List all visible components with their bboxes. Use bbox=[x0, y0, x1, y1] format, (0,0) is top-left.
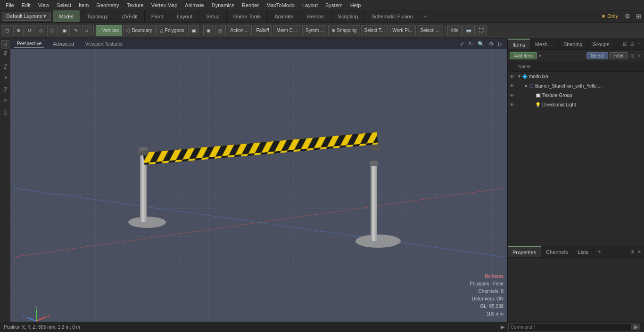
viewport-ctrl-refresh[interactable]: ↻ bbox=[467, 41, 474, 47]
tree-eye-barrier[interactable]: 👁 bbox=[510, 83, 517, 89]
prop-tab-expand[interactable]: ⊞ bbox=[629, 249, 636, 255]
tab-model[interactable]: Model bbox=[53, 10, 81, 22]
add-item-arrow[interactable]: ▾ bbox=[538, 54, 542, 58]
items-filter-button[interactable]: Filter bbox=[609, 52, 628, 59]
items-toolbar-expand[interactable]: ⊟ bbox=[629, 53, 636, 59]
tab-uvedit[interactable]: UVEdit bbox=[115, 10, 145, 22]
tool-pen[interactable]: ✎ bbox=[71, 25, 81, 36]
sidebar-label-uv[interactable]: UV... bbox=[3, 107, 8, 120]
viewport-ctrl-arrows[interactable]: ⤢ bbox=[458, 41, 465, 47]
tool-mesh-mode[interactable]: ▣ bbox=[188, 25, 199, 36]
tree-expand-texture[interactable] bbox=[530, 93, 535, 97]
menu-select[interactable]: Select bbox=[53, 1, 75, 9]
tab-game-tools[interactable]: Game Tools bbox=[227, 10, 268, 22]
items-tab-groups[interactable]: Groups bbox=[587, 39, 614, 49]
menu-item[interactable]: Item bbox=[75, 1, 92, 9]
layout-selector[interactable]: Default Layouts ▾ bbox=[2, 12, 51, 21]
menu-render[interactable]: Render bbox=[238, 1, 263, 9]
menu-vertex-map[interactable]: Vertex Map bbox=[148, 1, 182, 9]
viewport-tab-textures[interactable]: Viewport Textures bbox=[83, 40, 125, 48]
menu-file[interactable]: File bbox=[2, 1, 18, 9]
viewport-ctrl-settings[interactable]: ⚙ bbox=[487, 41, 495, 47]
items-tab-shading[interactable]: Shading bbox=[559, 39, 587, 49]
items-tab-mesh[interactable]: Mesh ... bbox=[530, 39, 559, 49]
viewport-tab-perspective[interactable]: Perspective bbox=[14, 40, 44, 48]
prop-tab-lists[interactable]: Lists bbox=[573, 246, 594, 257]
tool-snapping[interactable]: ⊕ Snapping bbox=[328, 25, 360, 36]
tab-setup[interactable]: Setup bbox=[199, 10, 227, 22]
tool-select-mode[interactable]: ◻ bbox=[2, 25, 12, 36]
tool-vertices[interactable]: ◦ Vertices bbox=[96, 25, 122, 36]
viewport[interactable]: Perspective Advanced Viewport Textures ⤢… bbox=[10, 39, 507, 322]
sidebar-label-dup[interactable]: Du... bbox=[3, 62, 8, 74]
status-arrow[interactable]: ▶ bbox=[501, 324, 504, 330]
tool-polygons[interactable]: △ Polygons bbox=[157, 25, 188, 36]
viewport-ctrl-search[interactable]: 🔍 bbox=[476, 41, 486, 47]
layout-expand-icon[interactable]: ⊞ bbox=[633, 13, 644, 20]
menu-dynamics[interactable]: Dynamics bbox=[208, 1, 238, 9]
menu-system[interactable]: System bbox=[322, 1, 347, 9]
tool-mesh-c[interactable]: Mesh C ... bbox=[273, 25, 301, 36]
menu-animate[interactable]: Animate bbox=[181, 1, 207, 9]
tree-item-root[interactable]: 👁 ▼ 💠 modo.lxo bbox=[508, 72, 644, 81]
sidebar-label-pol[interactable]: Po... bbox=[3, 85, 8, 97]
tree-eye-root[interactable]: 👁 bbox=[510, 74, 517, 79]
star-only-label[interactable]: ★ Only bbox=[597, 13, 622, 19]
tab-layout[interactable]: Layout bbox=[170, 10, 199, 22]
tool-snap2[interactable]: ◎ bbox=[215, 25, 226, 36]
tool-fullscreen[interactable]: ⛶ bbox=[476, 25, 487, 36]
tool-action-btn[interactable]: Action ... bbox=[227, 25, 252, 36]
tool-boundary[interactable]: ⬡ Boundary bbox=[123, 25, 156, 36]
tree-expand-light[interactable] bbox=[530, 102, 535, 107]
menu-layout[interactable]: Layout bbox=[298, 1, 322, 9]
tool-move[interactable]: ⊕ bbox=[13, 25, 24, 36]
tool-selecti[interactable]: Selecti ... bbox=[417, 25, 443, 36]
tree-expand-barrier[interactable]: ▶ bbox=[525, 83, 529, 88]
tree-expand-root[interactable]: ▼ bbox=[517, 74, 522, 79]
tool-action[interactable]: ⌂ bbox=[82, 25, 91, 36]
tab-add[interactable]: + bbox=[420, 10, 430, 22]
tree-eye-texture[interactable]: 👁 bbox=[510, 93, 517, 98]
items-select-button[interactable]: Select bbox=[586, 52, 608, 59]
prop-tab-channels[interactable]: Channels bbox=[541, 246, 573, 257]
menu-help[interactable]: Help bbox=[347, 1, 365, 9]
tab-topology[interactable]: Topology bbox=[80, 10, 115, 22]
prop-tab-properties[interactable]: Properties bbox=[508, 246, 541, 257]
layout-settings-icon[interactable]: ⚙ bbox=[622, 13, 633, 20]
tree-eye-light[interactable]: 👁 bbox=[510, 102, 517, 107]
command-run-button[interactable]: ▶ bbox=[631, 324, 640, 330]
items-tab-collapse[interactable]: ⊟ bbox=[629, 41, 636, 47]
menu-edit[interactable]: Edit bbox=[18, 1, 34, 9]
prop-tab-more[interactable]: ≡ bbox=[636, 249, 642, 255]
tool-falloff[interactable]: Falloff bbox=[253, 25, 272, 36]
tab-schematic[interactable]: Schematic Fusion bbox=[365, 10, 420, 22]
scene-canvas[interactable]: X Y Z No Items Polygons : Face Channels:… bbox=[10, 39, 507, 322]
tool-vr[interactable]: 🥽 bbox=[462, 25, 475, 36]
sidebar-toggle[interactable]: ◁ bbox=[1, 40, 9, 49]
items-tab-items[interactable]: Items bbox=[508, 39, 530, 49]
tree-item-texture[interactable]: 👁 🔲 Texture Group bbox=[508, 90, 644, 100]
viewport-ctrl-expand[interactable]: ▷ bbox=[497, 41, 504, 47]
viewport-tab-advanced[interactable]: Advanced bbox=[50, 40, 76, 48]
menu-maxtomodo[interactable]: MaxToModo bbox=[263, 1, 298, 9]
tool-symm[interactable]: Symm ... bbox=[302, 25, 327, 36]
tab-animate[interactable]: Animate bbox=[268, 10, 300, 22]
add-item-button[interactable]: Add Item bbox=[510, 52, 537, 59]
items-tab-more[interactable]: ≡ bbox=[636, 41, 642, 47]
tool-snap1[interactable]: ◉ bbox=[203, 25, 214, 36]
tab-render[interactable]: Render bbox=[300, 10, 331, 22]
tab-scripting[interactable]: Scripting bbox=[331, 10, 365, 22]
items-toolbar-more[interactable]: ≡ bbox=[636, 53, 642, 59]
sidebar-label-e[interactable]: E... bbox=[3, 74, 8, 85]
sidebar-label-de[interactable]: De... bbox=[3, 49, 8, 62]
menu-texture[interactable]: Texture bbox=[123, 1, 148, 9]
menu-view[interactable]: View bbox=[34, 1, 53, 9]
tool-rotate[interactable]: ↺ bbox=[25, 25, 35, 36]
tool-mirror[interactable]: ▣ bbox=[59, 25, 70, 36]
command-input[interactable] bbox=[535, 324, 631, 330]
tree-item-light[interactable]: 👁 💡 Directional Light bbox=[508, 100, 644, 109]
prop-tab-add[interactable]: + bbox=[594, 246, 605, 257]
tree-item-barrier[interactable]: 👁 ▶ ⬡ Barrier_Stanchion_with_Yello ... bbox=[508, 81, 644, 90]
sidebar-label-c[interactable]: C... bbox=[3, 97, 8, 107]
tool-select-t[interactable]: Select T... bbox=[361, 25, 388, 36]
